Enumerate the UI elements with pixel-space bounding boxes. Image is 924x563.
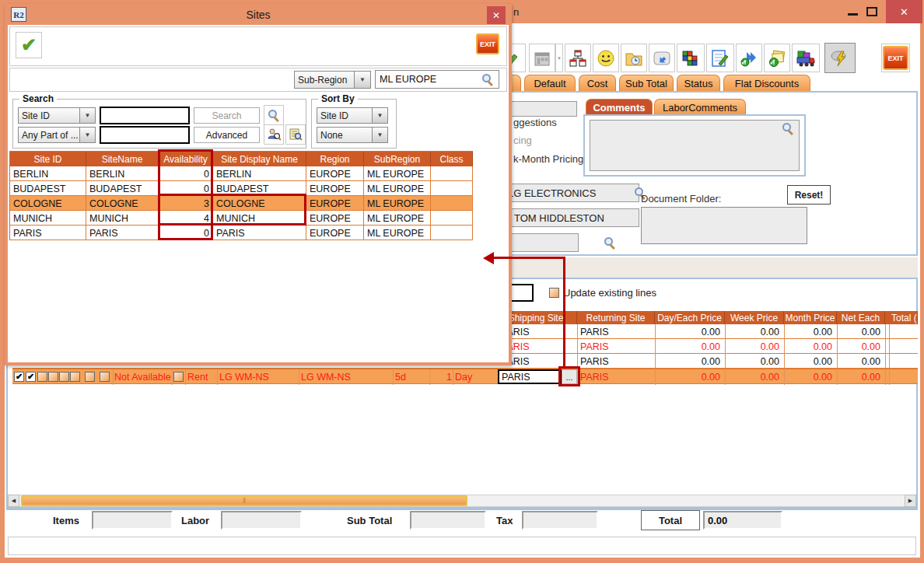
col-month-price[interactable]: Month Price	[784, 311, 837, 324]
inventory-toolbar-button[interactable]	[677, 44, 705, 72]
calendar-dropdown-arrow[interactable]: ▼	[555, 44, 563, 72]
advanced-lookup-button[interactable]	[285, 124, 306, 145]
row-checkbox[interactable]	[100, 372, 110, 382]
sortby-groupbox: Sort By Site ID ▼ None ▼	[311, 99, 397, 149]
billing-toolbar-button[interactable]	[764, 44, 790, 72]
row-checkbox[interactable]	[37, 372, 47, 382]
tab-default[interactable]: Default	[524, 75, 576, 92]
scroll-left-button[interactable]: ◀	[8, 495, 19, 507]
advanced-button[interactable]: Advanced	[194, 127, 260, 143]
calendar-toolbar-button[interactable]	[529, 44, 555, 72]
col-week-price[interactable]: Week Price	[725, 311, 784, 324]
stacked-cubes-icon	[681, 48, 701, 68]
row-checkbox[interactable]	[59, 372, 69, 382]
site-name-cell: COLOGNE	[86, 196, 159, 211]
shipping-toolbar-button[interactable]	[792, 44, 820, 72]
calendar-icon	[533, 49, 551, 68]
returning-cell: PARIS	[580, 327, 609, 337]
day-price-cell: 0.00	[658, 356, 720, 367]
col-site-id[interactable]: Site ID	[10, 152, 86, 166]
row-checkbox[interactable]	[70, 372, 80, 382]
col-region[interactable]: Region	[306, 152, 364, 166]
col-site-display-name[interactable]: Site Display Name	[213, 152, 306, 166]
search-input-2[interactable]	[100, 126, 190, 144]
person-search-icon	[267, 128, 281, 142]
match-mode-combo[interactable]: Any Part of ...	[18, 127, 80, 143]
dialog-title: Sites	[5, 9, 512, 21]
dialog-close-button[interactable]: ✕	[487, 6, 506, 24]
main-exit-button-frame[interactable]: EXIT	[881, 44, 910, 72]
search-field-combo-arrow[interactable]: ▼	[80, 107, 96, 124]
tax-label: Tax	[496, 515, 513, 526]
maximize-icon[interactable]	[866, 7, 877, 16]
col-total[interactable]: Total (	[889, 311, 918, 324]
shortcut-toolbar-button[interactable]	[649, 44, 675, 72]
week-price-cell: 0.00	[728, 341, 779, 352]
shipping-site-edit-cell[interactable]: PARIS	[498, 369, 562, 384]
not-available-checkbox[interactable]	[173, 372, 184, 382]
update-existing-lines-checkbox[interactable]	[549, 288, 559, 298]
scrollbar-thumb[interactable]: ‖	[21, 495, 467, 506]
transfer-charges-toolbar-button[interactable]	[736, 44, 762, 72]
filter-search-icon[interactable]	[482, 74, 493, 85]
search-groupbox: Search Site ID ▼ Search Any Part of ... …	[12, 99, 306, 149]
confirm-selection-button[interactable]: ✔	[16, 32, 42, 58]
items-field	[92, 511, 173, 530]
document-folder-box[interactable]	[641, 207, 807, 244]
col-day-each-price[interactable]: Day/Each Price	[655, 311, 725, 324]
col-net-each[interactable]: Net Each	[837, 311, 885, 324]
sort2-combo[interactable]: None	[317, 127, 373, 143]
qty-cell: 1	[432, 372, 452, 383]
sort1-combo-arrow[interactable]: ▼	[373, 107, 388, 124]
tab-flat-discounts[interactable]: Flat Discounts	[723, 75, 810, 92]
search-field-combo[interactable]: Site ID	[18, 107, 80, 124]
row-checkbox[interactable]	[48, 372, 58, 382]
row-checkbox[interactable]	[85, 372, 95, 382]
dialog-exit-button[interactable]: EXIT	[476, 33, 499, 54]
tab-labor-comments[interactable]: LaborComments	[654, 99, 746, 115]
col-site-name[interactable]: SiteName	[86, 152, 159, 166]
net-each-cell: 0.00	[838, 327, 880, 337]
vendor-field[interactable]: LG ELECTRONICS	[496, 184, 639, 202]
filter-search-input[interactable]: ML EUROPE	[375, 70, 499, 89]
folder-history-toolbar-button[interactable]	[621, 44, 647, 72]
exit-button[interactable]: EXIT	[883, 46, 908, 70]
reset-button[interactable]: Reset!	[787, 185, 831, 205]
filter-combo-arrow[interactable]: ▼	[355, 71, 371, 89]
row-checkbox[interactable]: ✔	[26, 372, 36, 382]
quick-action-toolbar-button[interactable]	[824, 43, 856, 73]
filter-field-combo[interactable]: Sub-Region	[294, 71, 355, 89]
person-search-button[interactable]	[264, 124, 284, 145]
row-checkbox[interactable]: ✔	[14, 372, 24, 382]
total-button[interactable]: Total	[641, 510, 700, 530]
comments-textarea[interactable]	[590, 120, 800, 171]
grid-row-selected[interactable]: ✔ ✔ Not Available Rent LG WM-NS LG WM-NS…	[12, 369, 918, 384]
search-button[interactable]: Search	[194, 107, 260, 124]
comments-search-icon[interactable]	[782, 123, 793, 134]
tab-comments[interactable]: Comments	[586, 99, 653, 115]
sort1-combo[interactable]: Site ID	[317, 107, 373, 124]
close-icon: ✕	[492, 10, 500, 21]
site-row-berlin[interactable]: BERLIN BERLIN 0 BERLIN EUROPE ML EUROPE	[10, 166, 473, 181]
site-row-paris[interactable]: PARIS PARIS 0 PARIS EUROPE ML EUROPE	[10, 226, 473, 240]
match-mode-combo-arrow[interactable]: ▼	[80, 127, 96, 143]
tab-status[interactable]: Status	[677, 75, 720, 92]
region-cell: EUROPE	[306, 181, 364, 196]
search-lookup-button[interactable]	[264, 105, 284, 125]
smiley-toolbar-button[interactable]	[593, 44, 619, 72]
sortby-legend: Sort By	[318, 93, 358, 104]
notes-toolbar-button[interactable]	[706, 44, 734, 72]
tab-sub-total[interactable]: Sub Total	[619, 75, 674, 92]
contact-field[interactable]: TOM HIDDLESTON	[496, 208, 639, 227]
scroll-right-button[interactable]: ▶	[905, 495, 916, 507]
main-close-button[interactable]: ✕	[886, 0, 922, 23]
extra-search-icon[interactable]	[604, 237, 615, 248]
tab-cost[interactable]: Cost	[579, 75, 616, 92]
col-subregion[interactable]: SubRegion	[364, 152, 431, 166]
col-returning-site[interactable]: Returning Site	[577, 311, 655, 324]
search-input-1[interactable]	[100, 107, 190, 124]
sort2-combo-arrow[interactable]: ▼	[373, 127, 388, 143]
org-chart-toolbar-button[interactable]	[565, 44, 591, 72]
col-class[interactable]: Class	[431, 152, 473, 166]
minimize-icon[interactable]	[848, 13, 858, 16]
